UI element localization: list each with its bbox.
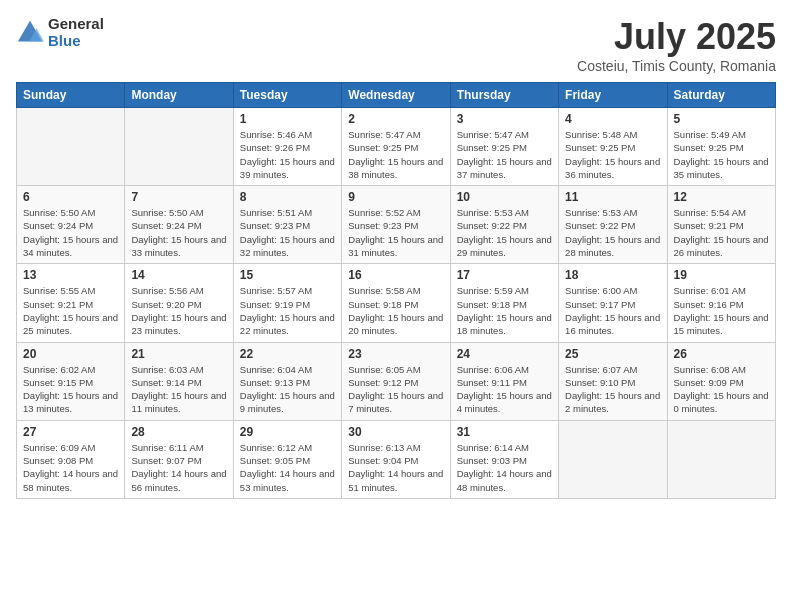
calendar-cell: 30Sunrise: 6:13 AM Sunset: 9:04 PM Dayli… bbox=[342, 420, 450, 498]
calendar-header-row: SundayMondayTuesdayWednesdayThursdayFrid… bbox=[17, 83, 776, 108]
calendar-cell: 20Sunrise: 6:02 AM Sunset: 9:15 PM Dayli… bbox=[17, 342, 125, 420]
day-number: 24 bbox=[457, 347, 552, 361]
calendar-cell: 19Sunrise: 6:01 AM Sunset: 9:16 PM Dayli… bbox=[667, 264, 775, 342]
calendar-cell: 2Sunrise: 5:47 AM Sunset: 9:25 PM Daylig… bbox=[342, 108, 450, 186]
day-info: Sunrise: 5:57 AM Sunset: 9:19 PM Dayligh… bbox=[240, 284, 335, 337]
day-info: Sunrise: 5:46 AM Sunset: 9:26 PM Dayligh… bbox=[240, 128, 335, 181]
calendar-week-row: 27Sunrise: 6:09 AM Sunset: 9:08 PM Dayli… bbox=[17, 420, 776, 498]
day-number: 5 bbox=[674, 112, 769, 126]
calendar-week-row: 13Sunrise: 5:55 AM Sunset: 9:21 PM Dayli… bbox=[17, 264, 776, 342]
calendar-cell: 8Sunrise: 5:51 AM Sunset: 9:23 PM Daylig… bbox=[233, 186, 341, 264]
day-header-friday: Friday bbox=[559, 83, 667, 108]
calendar-week-row: 1Sunrise: 5:46 AM Sunset: 9:26 PM Daylig… bbox=[17, 108, 776, 186]
day-number: 17 bbox=[457, 268, 552, 282]
day-info: Sunrise: 6:14 AM Sunset: 9:03 PM Dayligh… bbox=[457, 441, 552, 494]
day-number: 13 bbox=[23, 268, 118, 282]
calendar-cell: 29Sunrise: 6:12 AM Sunset: 9:05 PM Dayli… bbox=[233, 420, 341, 498]
day-number: 27 bbox=[23, 425, 118, 439]
calendar-cell: 27Sunrise: 6:09 AM Sunset: 9:08 PM Dayli… bbox=[17, 420, 125, 498]
day-info: Sunrise: 6:01 AM Sunset: 9:16 PM Dayligh… bbox=[674, 284, 769, 337]
calendar-cell: 3Sunrise: 5:47 AM Sunset: 9:25 PM Daylig… bbox=[450, 108, 558, 186]
day-number: 3 bbox=[457, 112, 552, 126]
day-info: Sunrise: 6:05 AM Sunset: 9:12 PM Dayligh… bbox=[348, 363, 443, 416]
calendar-cell: 15Sunrise: 5:57 AM Sunset: 9:19 PM Dayli… bbox=[233, 264, 341, 342]
day-number: 6 bbox=[23, 190, 118, 204]
calendar-cell: 4Sunrise: 5:48 AM Sunset: 9:25 PM Daylig… bbox=[559, 108, 667, 186]
day-number: 23 bbox=[348, 347, 443, 361]
calendar-week-row: 6Sunrise: 5:50 AM Sunset: 9:24 PM Daylig… bbox=[17, 186, 776, 264]
day-number: 1 bbox=[240, 112, 335, 126]
day-info: Sunrise: 5:52 AM Sunset: 9:23 PM Dayligh… bbox=[348, 206, 443, 259]
day-header-tuesday: Tuesday bbox=[233, 83, 341, 108]
day-info: Sunrise: 6:08 AM Sunset: 9:09 PM Dayligh… bbox=[674, 363, 769, 416]
day-info: Sunrise: 6:03 AM Sunset: 9:14 PM Dayligh… bbox=[131, 363, 226, 416]
day-info: Sunrise: 5:59 AM Sunset: 9:18 PM Dayligh… bbox=[457, 284, 552, 337]
day-number: 31 bbox=[457, 425, 552, 439]
calendar-cell: 26Sunrise: 6:08 AM Sunset: 9:09 PM Dayli… bbox=[667, 342, 775, 420]
day-info: Sunrise: 5:47 AM Sunset: 9:25 PM Dayligh… bbox=[457, 128, 552, 181]
day-info: Sunrise: 5:55 AM Sunset: 9:21 PM Dayligh… bbox=[23, 284, 118, 337]
day-info: Sunrise: 6:06 AM Sunset: 9:11 PM Dayligh… bbox=[457, 363, 552, 416]
calendar-cell: 1Sunrise: 5:46 AM Sunset: 9:26 PM Daylig… bbox=[233, 108, 341, 186]
day-number: 21 bbox=[131, 347, 226, 361]
logo: General Blue bbox=[16, 16, 104, 49]
day-number: 30 bbox=[348, 425, 443, 439]
calendar-cell: 28Sunrise: 6:11 AM Sunset: 9:07 PM Dayli… bbox=[125, 420, 233, 498]
day-info: Sunrise: 5:49 AM Sunset: 9:25 PM Dayligh… bbox=[674, 128, 769, 181]
day-number: 20 bbox=[23, 347, 118, 361]
calendar-subtitle: Costeiu, Timis County, Romania bbox=[577, 58, 776, 74]
day-info: Sunrise: 5:50 AM Sunset: 9:24 PM Dayligh… bbox=[131, 206, 226, 259]
calendar-cell: 9Sunrise: 5:52 AM Sunset: 9:23 PM Daylig… bbox=[342, 186, 450, 264]
day-number: 4 bbox=[565, 112, 660, 126]
day-number: 16 bbox=[348, 268, 443, 282]
day-number: 26 bbox=[674, 347, 769, 361]
logo-blue-text: Blue bbox=[48, 33, 104, 50]
calendar-cell: 22Sunrise: 6:04 AM Sunset: 9:13 PM Dayli… bbox=[233, 342, 341, 420]
calendar-cell: 23Sunrise: 6:05 AM Sunset: 9:12 PM Dayli… bbox=[342, 342, 450, 420]
day-number: 15 bbox=[240, 268, 335, 282]
calendar-cell bbox=[667, 420, 775, 498]
page-header: General Blue July 2025 Costeiu, Timis Co… bbox=[16, 16, 776, 74]
day-info: Sunrise: 6:12 AM Sunset: 9:05 PM Dayligh… bbox=[240, 441, 335, 494]
calendar-cell: 25Sunrise: 6:07 AM Sunset: 9:10 PM Dayli… bbox=[559, 342, 667, 420]
calendar-cell: 11Sunrise: 5:53 AM Sunset: 9:22 PM Dayli… bbox=[559, 186, 667, 264]
day-info: Sunrise: 5:53 AM Sunset: 9:22 PM Dayligh… bbox=[457, 206, 552, 259]
calendar-cell: 7Sunrise: 5:50 AM Sunset: 9:24 PM Daylig… bbox=[125, 186, 233, 264]
day-info: Sunrise: 6:13 AM Sunset: 9:04 PM Dayligh… bbox=[348, 441, 443, 494]
day-number: 28 bbox=[131, 425, 226, 439]
calendar-cell: 16Sunrise: 5:58 AM Sunset: 9:18 PM Dayli… bbox=[342, 264, 450, 342]
day-number: 19 bbox=[674, 268, 769, 282]
day-number: 9 bbox=[348, 190, 443, 204]
calendar-cell: 10Sunrise: 5:53 AM Sunset: 9:22 PM Dayli… bbox=[450, 186, 558, 264]
calendar-table: SundayMondayTuesdayWednesdayThursdayFrid… bbox=[16, 82, 776, 499]
day-info: Sunrise: 6:09 AM Sunset: 9:08 PM Dayligh… bbox=[23, 441, 118, 494]
day-header-sunday: Sunday bbox=[17, 83, 125, 108]
day-number: 29 bbox=[240, 425, 335, 439]
calendar-cell: 24Sunrise: 6:06 AM Sunset: 9:11 PM Dayli… bbox=[450, 342, 558, 420]
day-number: 11 bbox=[565, 190, 660, 204]
day-number: 25 bbox=[565, 347, 660, 361]
title-block: July 2025 Costeiu, Timis County, Romania bbox=[577, 16, 776, 74]
logo-general-text: General bbox=[48, 16, 104, 33]
day-header-wednesday: Wednesday bbox=[342, 83, 450, 108]
day-header-monday: Monday bbox=[125, 83, 233, 108]
day-info: Sunrise: 6:00 AM Sunset: 9:17 PM Dayligh… bbox=[565, 284, 660, 337]
calendar-cell: 31Sunrise: 6:14 AM Sunset: 9:03 PM Dayli… bbox=[450, 420, 558, 498]
calendar-cell: 17Sunrise: 5:59 AM Sunset: 9:18 PM Dayli… bbox=[450, 264, 558, 342]
calendar-cell bbox=[559, 420, 667, 498]
day-info: Sunrise: 6:04 AM Sunset: 9:13 PM Dayligh… bbox=[240, 363, 335, 416]
day-info: Sunrise: 6:02 AM Sunset: 9:15 PM Dayligh… bbox=[23, 363, 118, 416]
day-number: 18 bbox=[565, 268, 660, 282]
day-info: Sunrise: 5:56 AM Sunset: 9:20 PM Dayligh… bbox=[131, 284, 226, 337]
day-number: 8 bbox=[240, 190, 335, 204]
day-number: 10 bbox=[457, 190, 552, 204]
day-info: Sunrise: 5:58 AM Sunset: 9:18 PM Dayligh… bbox=[348, 284, 443, 337]
calendar-cell bbox=[17, 108, 125, 186]
day-number: 7 bbox=[131, 190, 226, 204]
logo-text: General Blue bbox=[48, 16, 104, 49]
calendar-cell: 14Sunrise: 5:56 AM Sunset: 9:20 PM Dayli… bbox=[125, 264, 233, 342]
day-info: Sunrise: 5:50 AM Sunset: 9:24 PM Dayligh… bbox=[23, 206, 118, 259]
day-number: 12 bbox=[674, 190, 769, 204]
day-info: Sunrise: 5:53 AM Sunset: 9:22 PM Dayligh… bbox=[565, 206, 660, 259]
calendar-cell: 6Sunrise: 5:50 AM Sunset: 9:24 PM Daylig… bbox=[17, 186, 125, 264]
